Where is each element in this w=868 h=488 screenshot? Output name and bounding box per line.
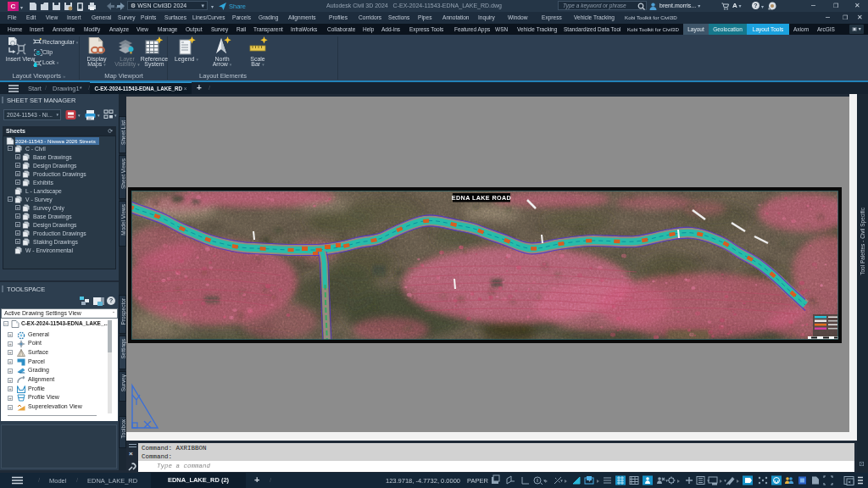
- svg-text:EDNA LAKE ROAD: EDNA LAKE ROAD: [452, 194, 511, 202]
